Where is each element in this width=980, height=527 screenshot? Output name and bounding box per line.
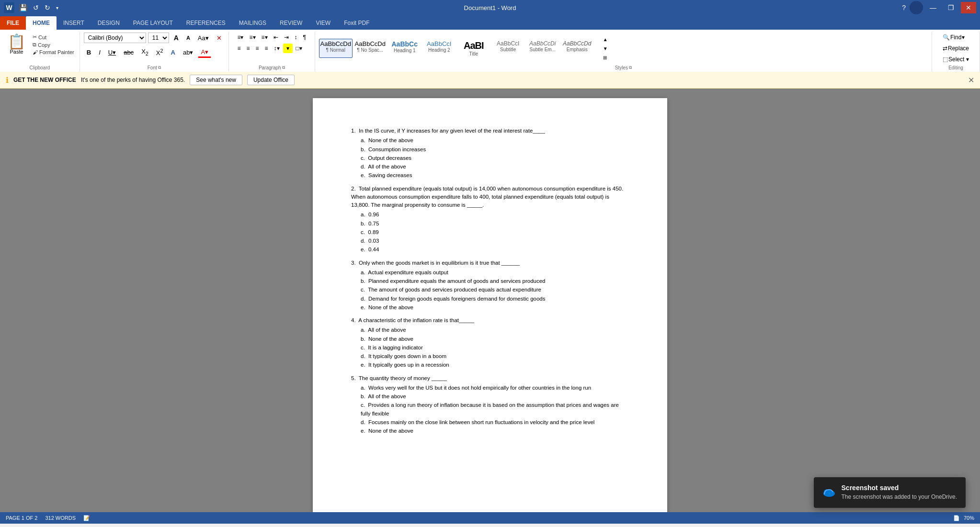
align-left-button[interactable]: ≡ <box>235 44 243 53</box>
styles-more[interactable]: ⊞ <box>601 54 610 62</box>
avatar[interactable] <box>910 1 923 14</box>
cut-button[interactable]: ✂ Cut <box>31 34 76 41</box>
italic-button[interactable]: I <box>96 47 103 57</box>
styles-gallery: AaBbCcDd ¶ Normal AaBbCcDd ¶ No Spac... … <box>319 39 597 58</box>
help-button[interactable]: ? <box>900 3 908 12</box>
shading-button[interactable]: ▾ <box>283 44 293 53</box>
paragraph-label: Paragraph ⧉ <box>233 64 311 72</box>
multilevel-list-button[interactable]: ≡▾ <box>259 33 270 42</box>
customize-quick-access-button[interactable]: ▾ <box>54 4 60 11</box>
font-row1: Calibri (Body) 11 A A Aa▾ ✕ <box>84 33 225 43</box>
tab-file[interactable]: FILE <box>0 16 26 30</box>
tab-view[interactable]: VIEW <box>309 16 337 30</box>
underline-button[interactable]: U▾ <box>105 47 119 57</box>
font-dialog-launcher[interactable]: ⧉ <box>158 65 161 70</box>
increase-indent-button[interactable]: ⇥ <box>282 33 291 42</box>
grow-font-button[interactable]: A <box>171 33 182 43</box>
format-painter-button[interactable]: 🖌 Format Painter <box>31 49 76 56</box>
style-emphasis[interactable]: AaBbCcDd Emphasis <box>560 39 594 58</box>
border-button[interactable]: □▾ <box>294 44 305 53</box>
align-right-button[interactable]: ≡ <box>253 44 262 53</box>
style-heading2-preview: AaBbCcI <box>427 40 451 47</box>
strikethrough-button[interactable]: abc <box>121 47 137 57</box>
redo-button[interactable]: ↻ <box>43 3 52 12</box>
clear-formatting-button[interactable]: ✕ <box>214 33 225 43</box>
tab-foxit-pdf[interactable]: Foxit PDF <box>337 16 376 30</box>
paragraph-dialog-launcher[interactable]: ⧉ <box>282 65 285 70</box>
center-button[interactable]: ≡ <box>244 44 252 53</box>
style-extra[interactable]: AaBbCcDd AaBbCcDd <box>595 39 597 58</box>
list-item: b. All of the above <box>361 392 629 401</box>
toast-title: Screenshot saved <box>842 484 957 492</box>
style-title[interactable]: AaBI Title <box>457 39 490 58</box>
text-effects-button[interactable]: A <box>168 47 178 57</box>
font-size-select[interactable]: 11 <box>148 33 169 43</box>
tab-references[interactable]: REFERENCES <box>180 16 232 30</box>
styles-dialog-launcher[interactable]: ⧉ <box>629 65 632 70</box>
font-label: Font ⧉ <box>84 64 225 72</box>
window-title: Document1 - Word <box>464 4 516 11</box>
paste-button[interactable]: 📋 Paste <box>4 33 29 56</box>
change-case-button[interactable]: Aa▾ <box>195 33 212 43</box>
copy-button[interactable]: ⧉ Copy <box>31 41 76 48</box>
line-spacing-button[interactable]: ↕▾ <box>272 44 282 53</box>
style-heading1[interactable]: AaBbCc Heading 1 <box>388 39 422 58</box>
tab-review[interactable]: REVIEW <box>273 16 309 30</box>
numbering-button[interactable]: ≡▾ <box>247 33 258 42</box>
tab-home[interactable]: HOME <box>26 16 57 30</box>
styles-scroll-down[interactable]: ▼ <box>601 45 610 53</box>
tab-insert[interactable]: INSERT <box>57 16 91 30</box>
save-button[interactable]: 💾 <box>17 3 29 12</box>
document-area[interactable]: 1. In the IS curve, if Y increases for a… <box>0 89 980 512</box>
list-item: e. 0.44 <box>361 246 629 254</box>
question-2-text: 2. Total planned expenditure (equals tot… <box>351 185 629 210</box>
replace-button[interactable]: ⇄ Replace <box>940 44 971 53</box>
close-button[interactable]: ✕ <box>961 2 976 13</box>
sort-button[interactable]: ↕ <box>292 33 300 42</box>
style-no-spacing[interactable]: AaBbCcDd ¶ No Spac... <box>353 39 387 58</box>
styles-scroll-up[interactable]: ▲ <box>601 35 610 44</box>
question-2-options: a. 0.96 b. 0.75 c. 0.89 d. 0.03 e. 0.44 <box>361 211 629 254</box>
show-hide-button[interactable]: ¶ <box>301 33 308 42</box>
style-title-label: Title <box>469 51 478 56</box>
update-office-button[interactable]: Update Office <box>247 75 295 85</box>
style-subtle-em-label: Subtle Em... <box>530 47 556 52</box>
font-color-button[interactable]: A▾ <box>198 47 211 58</box>
copy-icon: ⧉ <box>33 42 36 48</box>
style-heading2[interactable]: AaBbCcI Heading 2 <box>422 39 456 58</box>
highlight-color-button[interactable]: ab▾ <box>180 47 196 57</box>
cut-icon: ✂ <box>33 34 37 40</box>
document-content[interactable]: 1. In the IS curve, if Y increases for a… <box>351 127 629 435</box>
decrease-indent-button[interactable]: ⇤ <box>271 33 281 42</box>
tab-page-layout[interactable]: PAGE LAYOUT <box>126 16 180 30</box>
styles-scroll-buttons: ▲ ▼ ⊞ <box>601 35 610 62</box>
layout-icon: 📄 <box>953 515 960 521</box>
list-item: c. 0.89 <box>361 228 629 236</box>
restore-button[interactable]: ❐ <box>943 2 959 13</box>
shrink-font-button[interactable]: A <box>183 34 193 42</box>
question-4: 4. A characteristic of the inflation rat… <box>351 316 629 370</box>
question-4-text: 4. A characteristic of the inflation rat… <box>351 316 629 325</box>
styles-label: Styles ⧉ <box>319 64 928 72</box>
bullets-button[interactable]: ≡▾ <box>235 33 246 42</box>
subscript-button[interactable]: X2 <box>138 46 151 58</box>
undo-button[interactable]: ↺ <box>31 3 41 12</box>
tab-mailings[interactable]: MAILINGS <box>232 16 273 30</box>
bold-button[interactable]: B <box>84 47 94 57</box>
style-subtle-em[interactable]: AaBbCcDi Subtle Em... <box>526 39 559 58</box>
select-button[interactable]: ⬚ Select ▾ <box>940 55 971 64</box>
find-button[interactable]: 🔍 Find ▾ <box>940 33 971 42</box>
toast-body: Screenshot saved The screenshot was adde… <box>842 484 957 500</box>
font-name-select[interactable]: Calibri (Body) <box>84 33 146 43</box>
see-whats-new-button[interactable]: See what's new <box>190 75 242 85</box>
list-item: b. Consumption increases <box>361 146 629 154</box>
superscript-button[interactable]: X2 <box>153 46 166 58</box>
style-subtitle[interactable]: AaBbCcI Subtitle <box>491 39 525 58</box>
justify-button[interactable]: ≡ <box>262 44 271 53</box>
tab-design[interactable]: DESIGN <box>91 16 126 30</box>
style-normal[interactable]: AaBbCcDd ¶ Normal <box>319 39 353 58</box>
minimize-button[interactable]: — <box>925 2 941 13</box>
notification-bar: ℹ GET THE NEW OFFICE It's one of the per… <box>0 72 980 89</box>
notification-close-button[interactable]: ✕ <box>968 76 974 85</box>
toast-message: The screenshot was added to your OneDriv… <box>842 493 957 500</box>
